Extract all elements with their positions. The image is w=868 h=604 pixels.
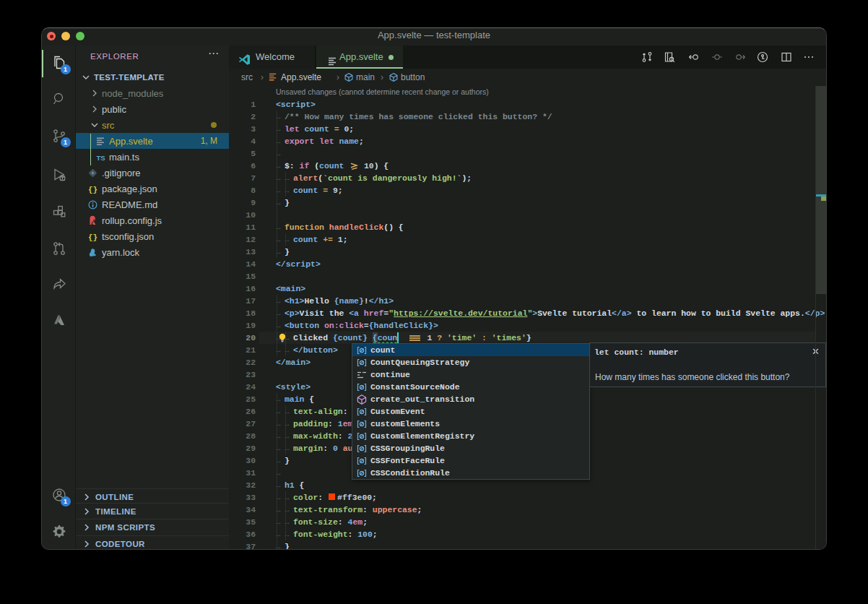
svg-text:{}: {} [88,233,97,241]
svg-text:TS: TS [96,153,105,161]
svg-text:{}: {} [88,185,97,194]
